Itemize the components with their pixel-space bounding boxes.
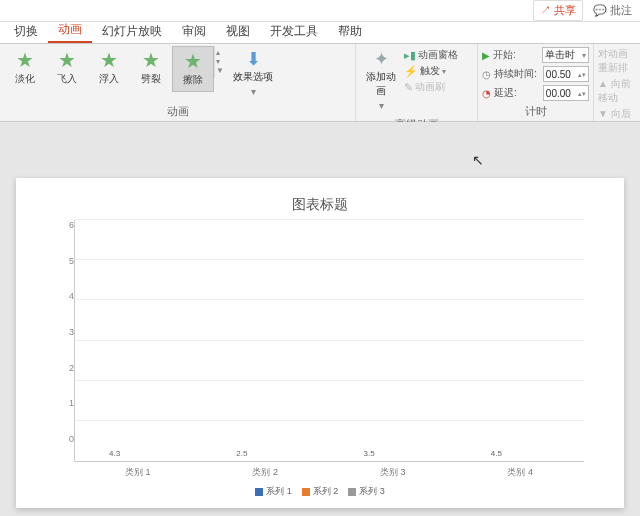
trigger-button[interactable]: ⚡触发▾ [404,64,458,78]
start-select[interactable]: 单击时▾ [542,47,589,63]
tab-bar: 切换 动画 幻灯片放映 审阅 视图 开发工具 帮助 [0,22,640,44]
anim-wipe[interactable]: ★擦除 [172,46,214,92]
duration-input[interactable]: 00.50▴▾ [543,66,589,82]
reorder-label: 对动画重新排 [598,47,636,75]
group-label-timing: 计时 [478,104,593,121]
clock-icon: ◷ [482,69,491,80]
star-icon: ★ [142,50,160,70]
star-icon: ★ [100,50,118,70]
group-timing: ▶ 开始: 单击时▾ ◷ 持续时间: 00.50▴▾ ◔ 延迟: 00.00▴▾… [478,44,594,121]
animation-painter-button: ✎动画刷 [404,80,458,94]
add-animation-button[interactable]: ✦ 添加动画 ▾ [360,46,402,115]
ribbon: ★淡化 ★飞入 ★浮入 ★劈裂 ★擦除 ▴▾▼ ⬇ 效果选项 ▾ 动画 ✦ 添加… [0,44,640,122]
group-advanced-animation: ✦ 添加动画 ▾ ▸▮动画窗格 ⚡触发▾ ✎动画刷 高级动画 [356,44,478,121]
star-icon: ★ [16,50,34,70]
anim-floatin[interactable]: ★浮入 [88,46,130,90]
title-bar: ↗ 共享 💬 批注 [0,0,640,22]
chart-title: 图表标题 [56,196,584,214]
share-button[interactable]: ↗ 共享 [533,0,583,21]
group-animations: ★淡化 ★飞入 ★浮入 ★劈裂 ★擦除 ▴▾▼ ⬇ 效果选项 ▾ 动画 [0,44,356,121]
anim-fade[interactable]: ★淡化 [4,46,46,90]
anim-flyin[interactable]: ★飞入 [46,46,88,90]
y-axis: 6543210 [56,220,74,462]
slide[interactable]: 图表标题 6543210 4.32.53.54.5 类别 1类别 2类别 3类别… [16,178,624,508]
lightning-icon: ⚡ [404,65,418,78]
start-row: ▶ 开始: 单击时▾ [482,47,589,63]
delay-row: ◔ 延迟: 00.00▴▾ [482,85,589,101]
group-label-animations: 动画 [0,104,355,121]
legend: 系列 1系列 2系列 3 [56,485,584,498]
slide-canvas[interactable]: ↖ 图表标题 6543210 4.32.53.54.5 类别 1类别 2类别 3… [0,122,640,516]
chevron-down-icon: ▾ [379,100,384,111]
chevron-down-icon: ▾ [251,86,256,97]
cursor-icon: ↖ [472,152,484,168]
pane-icon: ▸▮ [404,49,416,62]
tab-view[interactable]: 视图 [216,20,260,43]
move-earlier-button: ▲ 向前移动 [598,77,636,105]
delay-input[interactable]: 00.00▴▾ [543,85,589,101]
tab-help[interactable]: 帮助 [328,20,372,43]
delay-icon: ◔ [482,88,491,99]
animation-pane-button[interactable]: ▸▮动画窗格 [404,48,458,62]
comments-button[interactable]: 💬 批注 [589,1,636,20]
star-icon: ★ [184,51,202,71]
duration-row: ◷ 持续时间: 00.50▴▾ [482,66,589,82]
star-icon: ★ [58,50,76,70]
gallery-expand[interactable]: ▴▾▼ [214,46,228,77]
brush-icon: ✎ [404,81,413,94]
animation-gallery: ★淡化 ★飞入 ★浮入 ★劈裂 ★擦除 ▴▾▼ [4,46,228,92]
group-reorder: 对动画重新排 ▲ 向前移动 ▼ 向后移动 [594,44,640,121]
tab-animations[interactable]: 动画 [48,18,92,43]
tab-developer[interactable]: 开发工具 [260,20,328,43]
anim-split[interactable]: ★劈裂 [130,46,172,90]
tab-slideshow[interactable]: 幻灯片放映 [92,20,172,43]
star-plus-icon: ✦ [374,50,389,68]
effect-options-button[interactable]: ⬇ 效果选项 ▾ [228,46,278,101]
tab-transitions[interactable]: 切换 [4,20,48,43]
effect-options-icon: ⬇ [246,50,261,68]
chart[interactable]: 6543210 4.32.53.54.5 [56,220,584,462]
tab-review[interactable]: 审阅 [172,20,216,43]
plot-area: 4.32.53.54.5 [74,220,584,462]
play-icon: ▶ [482,50,490,61]
x-axis: 类别 1类别 2类别 3类别 4 [74,466,584,479]
